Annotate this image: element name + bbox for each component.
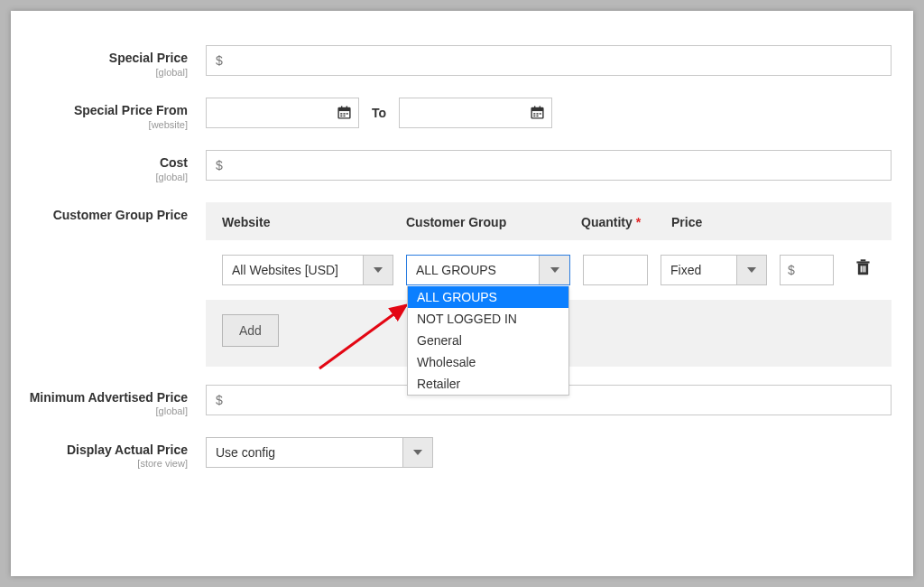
select-value: Use config [206, 437, 402, 468]
field-scope: [global] [25, 405, 188, 416]
calendar-icon[interactable] [337, 105, 352, 124]
label-col: Special Price [global] [25, 45, 206, 78]
select-value: Fixed [661, 255, 736, 285]
svg-rect-11 [534, 106, 535, 108]
svg-rect-1 [338, 107, 350, 111]
dropdown-option[interactable]: General [408, 330, 568, 351]
field-label: Minimum Advertised Price [25, 390, 188, 405]
select-value: All Websites [USD] [222, 255, 363, 285]
website-select[interactable]: All Websites [USD] [222, 255, 393, 285]
display-price-select[interactable]: Use config [206, 437, 433, 468]
chevron-down-icon[interactable] [736, 255, 767, 285]
header-customer-group: Customer Group [406, 215, 568, 229]
add-button[interactable]: Add [222, 314, 279, 347]
label-col: Display Actual Price [store view] [25, 437, 206, 470]
row-cost: Cost [global] [25, 150, 892, 182]
field-scope: [store view] [25, 458, 188, 469]
cost-input[interactable] [206, 150, 892, 181]
svg-rect-22 [863, 266, 864, 273]
field-label: Cost [25, 155, 188, 171]
label-col: Special Price From [website] [25, 98, 206, 130]
date-from-wrap [206, 98, 359, 128]
dropdown-option[interactable]: Retailer [408, 373, 568, 395]
svg-rect-4 [340, 113, 342, 114]
svg-rect-20 [861, 259, 866, 261]
header-quantity: Quantity * [581, 215, 659, 229]
customer-group-dropdown: ALL GROUPS NOT LOGGED IN General Wholesa… [407, 286, 569, 396]
row-special-price: Special Price [global] [25, 45, 892, 78]
price-input[interactable] [780, 255, 834, 285]
pricing-form-window: Special Price [global] Special Price Fro… [11, 11, 913, 576]
svg-rect-10 [531, 107, 543, 111]
chevron-down-icon[interactable] [402, 437, 433, 468]
svg-rect-16 [533, 116, 535, 116]
trash-icon[interactable] [855, 259, 871, 280]
customer-group-select[interactable]: ALL GROUPS ALL GROUPS NOT LOGGED IN Gene… [406, 255, 570, 285]
label-col: Cost [global] [25, 150, 206, 182]
field-label: Customer Group Price [25, 208, 188, 223]
svg-rect-23 [864, 266, 865, 273]
date-to-wrap [399, 98, 552, 128]
svg-rect-6 [346, 113, 348, 114]
field-label: Special Price [25, 51, 188, 66]
field-label: Special Price From [25, 103, 188, 118]
svg-rect-12 [540, 106, 541, 108]
label-col: Minimum Advertised Price [global] [25, 385, 206, 417]
dropdown-option[interactable]: Wholesale [408, 351, 568, 373]
svg-rect-3 [346, 106, 347, 108]
control-col: Website Customer Group Quantity * Price … [206, 202, 892, 367]
quantity-input[interactable] [583, 255, 648, 285]
control-col: To [206, 98, 892, 128]
field-scope: [global] [25, 172, 188, 182]
row-display-actual-price: Display Actual Price [store view] Use co… [25, 437, 892, 470]
row-special-price-from: Special Price From [website] To [25, 98, 892, 130]
dropdown-option[interactable]: ALL GROUPS [408, 286, 568, 308]
field-scope: [global] [25, 67, 188, 78]
header-price: Price [671, 215, 875, 229]
chevron-down-icon[interactable] [539, 256, 569, 284]
control-col [206, 45, 892, 76]
svg-rect-15 [540, 113, 541, 114]
label-col: Customer Group Price [25, 202, 206, 223]
special-price-input[interactable] [206, 45, 892, 76]
svg-rect-7 [340, 116, 342, 116]
select-value: ALL GROUPS [407, 256, 539, 284]
control-col [206, 150, 892, 181]
field-scope: [website] [25, 119, 188, 130]
calendar-icon[interactable] [530, 105, 545, 124]
price-type-select[interactable]: Fixed [661, 255, 767, 285]
svg-rect-5 [343, 113, 345, 114]
svg-rect-14 [537, 113, 539, 114]
dropdown-option[interactable]: NOT LOGGED IN [408, 308, 568, 330]
svg-rect-17 [537, 116, 539, 116]
control-col: Use config [206, 437, 892, 468]
svg-rect-13 [533, 113, 535, 114]
svg-rect-2 [341, 106, 342, 108]
group-price-block: Website Customer Group Quantity * Price … [206, 202, 892, 367]
chevron-down-icon[interactable] [363, 255, 393, 285]
field-label: Display Actual Price [25, 443, 188, 458]
svg-rect-8 [343, 116, 345, 116]
header-website: Website [222, 215, 393, 229]
row-customer-group-price: Customer Group Price Website Customer Gr… [25, 202, 892, 367]
to-label: To [372, 106, 386, 120]
svg-rect-21 [861, 266, 862, 273]
required-star: * [636, 215, 641, 229]
group-headers: Website Customer Group Quantity * Price [206, 202, 892, 240]
group-price-row: All Websites [USD] ALL GROUPS ALL GROUPS [206, 240, 892, 300]
svg-rect-19 [856, 262, 869, 264]
